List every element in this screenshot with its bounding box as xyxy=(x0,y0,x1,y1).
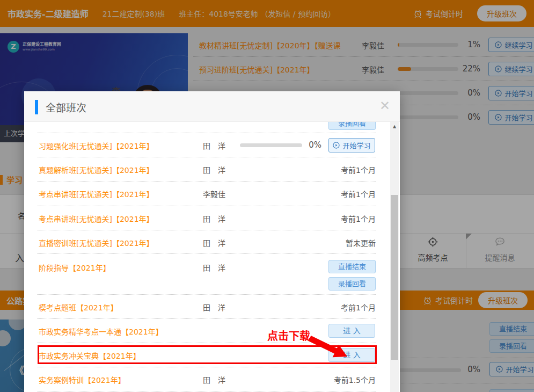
teacher-name: 田 洋 xyxy=(203,262,225,273)
status-text: 暂未更新 xyxy=(346,237,376,248)
class-link[interactable]: 阶段指导【2021年】 xyxy=(39,262,111,273)
teacher-name: 田 洋 xyxy=(203,374,225,385)
class-link[interactable]: 考点串讲班[无忧通关]【2021年】 xyxy=(39,188,154,199)
status-text: 考前1个月 xyxy=(341,213,376,224)
modal-title: 全部班次 xyxy=(46,100,86,114)
clipped-row: 录播回看 xyxy=(37,122,376,133)
modal-scrollbar[interactable]: ▲ xyxy=(390,122,399,392)
class-link[interactable]: 模考点题班【2021年】 xyxy=(39,302,118,313)
annotation-arrow-icon xyxy=(307,334,355,360)
class-row: 直播密训班[无忧通关]【2021年】 田 洋 暂未更新 xyxy=(37,230,376,254)
class-row: 真题解析班[无忧通关]【2021年】 田 洋 考前1个月 xyxy=(37,157,376,182)
play-circle-icon xyxy=(333,142,340,149)
live-ended-button[interactable]: 直播结束 xyxy=(328,260,376,273)
teacher-name: 田 洋 xyxy=(203,237,225,248)
teacher-name: 田 洋 xyxy=(203,213,225,224)
modal-header: 全部班次 ✕ xyxy=(24,91,400,122)
progress-percent: 0% xyxy=(273,140,321,150)
status-text: 考前1个月 xyxy=(341,188,376,199)
class-link[interactable]: 真题解析班[无忧通关]【2021年】 xyxy=(39,164,154,175)
scroll-up-icon[interactable]: ▲ xyxy=(390,122,399,131)
class-link[interactable]: 习题强化班[无忧通关]【2021年】 xyxy=(39,140,154,151)
teacher-name: 李毅佳 xyxy=(203,188,225,199)
class-row: 模考点题班【2021年】 田 洋 考前1个月 xyxy=(37,295,376,319)
teacher-name: 田 洋 xyxy=(203,302,225,313)
annotation-label: 点击下载 xyxy=(267,328,310,343)
status-text: 考前1个月 xyxy=(341,164,376,175)
status-text: 考前1.5个月 xyxy=(334,374,376,385)
close-icon[interactable]: ✕ xyxy=(379,98,390,113)
class-link[interactable]: 考点串讲班[无忧通关]【2021年】 xyxy=(39,213,154,224)
status-text: 考前1个月 xyxy=(341,302,376,313)
app-window: 市政实务-二级建造师 21二建定制(38)班 班主任：4018号安老师 （发短信… xyxy=(0,0,534,392)
replay-button[interactable]: 录播回看 xyxy=(328,122,376,130)
scrollbar-thumb[interactable] xyxy=(391,195,398,360)
class-row: 习题强化班[无忧通关]【2021年】 田 洋 0% 开始学习 xyxy=(37,133,376,157)
class-link[interactable]: 市政实务精华考点一本通【2021年】 xyxy=(39,326,163,337)
class-link[interactable]: 直播密训班[无忧通关]【2021年】 xyxy=(39,237,154,248)
class-row: 考点串讲班[无忧通关]【2021年】 李毅佳 考前1个月 xyxy=(37,182,376,206)
start-study-button[interactable]: 开始学习 xyxy=(328,138,375,153)
replay-button[interactable]: 录播回看 xyxy=(328,277,376,291)
class-row: 实务案例特训【2021年】 田 洋 考前1.5个月 xyxy=(37,367,376,391)
class-row: 考点串讲班[无忧通关]【2021年】 田 洋 考前1个月 xyxy=(37,206,376,230)
class-row: 阶段指导【2021年】 田 洋 直播结束 录播回看 xyxy=(37,254,376,295)
teacher-name: 田 洋 xyxy=(203,140,225,151)
title-accent-bar xyxy=(35,100,38,114)
teacher-name: 田 洋 xyxy=(203,164,225,175)
class-link[interactable]: 实务案例特训【2021年】 xyxy=(39,374,126,385)
